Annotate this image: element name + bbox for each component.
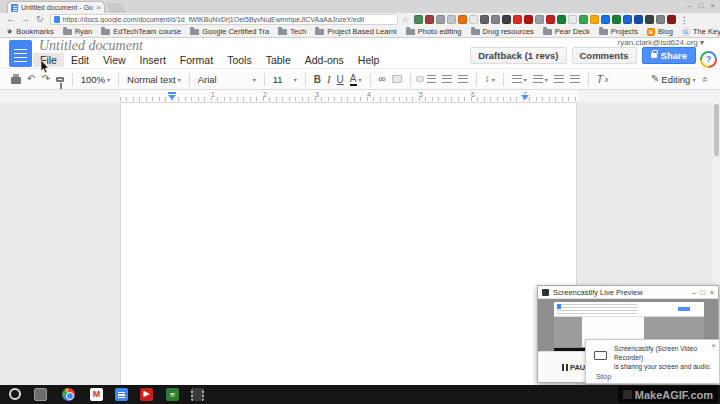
insert-comment-button[interactable]	[389, 73, 405, 85]
extension-icon[interactable]	[634, 15, 643, 24]
scrollbar-thumb[interactable]	[714, 104, 719, 156]
hide-menus-button[interactable]: »	[700, 76, 711, 82]
extension-icon[interactable]	[579, 15, 588, 24]
menu-help[interactable]: Help	[351, 53, 387, 67]
line-spacing-button[interactable]: ↕▾	[482, 72, 498, 86]
back-button[interactable]: ←	[6, 15, 15, 24]
numbered-list-button[interactable]: ▾	[509, 73, 530, 85]
bookmark-folder-google-certified[interactable]: Google Certified Tra	[190, 27, 269, 36]
reload-button[interactable]: ↻	[36, 15, 44, 24]
extension-icon[interactable]	[601, 15, 610, 24]
extension-icon[interactable]	[513, 15, 522, 24]
extension-icon[interactable]	[414, 15, 423, 24]
maximize-button[interactable]: □	[698, 1, 703, 10]
extension-icon[interactable]	[458, 15, 467, 24]
italic-button[interactable]: I	[324, 71, 334, 87]
bookmark-folder-photo-editing[interactable]: Photo editing	[406, 27, 462, 36]
help-button[interactable]: ?	[700, 51, 717, 68]
clear-formatting-button[interactable]: Tx	[594, 72, 612, 87]
launcher-icon[interactable]	[9, 388, 21, 400]
extension-icon[interactable]	[590, 15, 599, 24]
bookmarks-label[interactable]: ★Bookmarks	[6, 27, 54, 36]
gmail-icon[interactable]: M	[90, 388, 103, 401]
chrome-icon[interactable]	[62, 388, 75, 401]
paint-format-button[interactable]	[53, 75, 67, 84]
bookmark-blog[interactable]: BBlog	[647, 27, 673, 36]
extension-icon[interactable]	[469, 15, 478, 24]
stop-sharing-button[interactable]: Stop	[596, 372, 611, 381]
account-email[interactable]: ryan.clark@isd624.org ▾	[618, 38, 704, 47]
share-button[interactable]: Share	[642, 47, 696, 64]
extension-icon[interactable]	[568, 15, 577, 24]
play-movies-icon[interactable]: ▶	[140, 388, 153, 401]
browser-tab[interactable]: Untitled document - Go ×	[7, 1, 105, 13]
underline-button[interactable]: U	[334, 72, 347, 87]
extension-icon[interactable]	[546, 15, 555, 24]
tab-close-icon[interactable]: ×	[96, 4, 101, 12]
bookmark-folder-pbl[interactable]: Project Based Learni	[315, 27, 397, 36]
zoom-select[interactable]: 100%▾	[78, 72, 113, 87]
insert-link-button[interactable]: ∞	[376, 72, 389, 86]
google-docs-icon[interactable]	[115, 388, 128, 401]
extension-icon[interactable]	[491, 15, 500, 24]
menu-table[interactable]: Table	[259, 53, 298, 67]
browser-menu-icon[interactable]: ⋮	[680, 15, 689, 25]
redo-button[interactable]: ↷	[38, 72, 52, 86]
pause-button[interactable]: PAU	[562, 363, 585, 372]
screencastify-shelf-icon[interactable]: ≋	[166, 388, 179, 401]
extension-icon[interactable]	[502, 15, 511, 24]
extension-icon[interactable]	[535, 15, 544, 24]
extension-icon[interactable]	[667, 15, 676, 24]
bookmark-folder-projects[interactable]: Projects	[599, 27, 638, 36]
maximize-button[interactable]: □	[701, 289, 705, 296]
video-app-icon[interactable]	[191, 388, 204, 401]
bookmark-folder-pear-deck[interactable]: Pear Deck	[543, 27, 590, 36]
font-select[interactable]: Arial▾	[195, 72, 259, 87]
close-button[interactable]: ×	[710, 1, 715, 10]
menu-insert[interactable]: Insert	[133, 53, 173, 67]
minimize-button[interactable]: –	[692, 289, 696, 296]
extension-icon[interactable]	[425, 15, 434, 24]
font-size-select[interactable]: 11▾	[270, 72, 300, 87]
align-center-button[interactable]	[424, 73, 439, 85]
undo-button[interactable]: ↶	[24, 72, 38, 86]
justify-button[interactable]	[455, 73, 471, 85]
menu-view[interactable]: View	[96, 53, 133, 67]
menu-addons[interactable]: Add-ons	[298, 53, 351, 67]
document-title[interactable]: Untitled document	[39, 38, 143, 54]
print-button[interactable]	[8, 72, 24, 86]
menu-tools[interactable]: Tools	[220, 53, 259, 67]
text-color-button[interactable]: A▾	[347, 71, 365, 88]
screencastify-titlebar[interactable]: Screencastify Live Preview – □ ×	[538, 286, 718, 299]
bookmark-folder-ryan[interactable]: Ryan	[63, 27, 93, 36]
extension-icon[interactable]	[656, 15, 665, 24]
close-button[interactable]: ×	[710, 289, 714, 296]
minimize-button[interactable]: –	[687, 1, 691, 10]
bookmark-folder-drug-resources[interactable]: Drug resources	[471, 27, 534, 36]
left-margin-marker[interactable]	[168, 95, 176, 100]
increase-indent-button[interactable]	[567, 73, 583, 85]
indent-marker-bar[interactable]	[168, 92, 176, 94]
extension-icon[interactable]	[557, 15, 566, 24]
extension-icon[interactable]	[645, 15, 654, 24]
forward-button[interactable]: →	[21, 15, 30, 24]
bold-button[interactable]: B	[311, 72, 324, 87]
menu-edit[interactable]: Edit	[64, 53, 96, 67]
comments-button[interactable]: Comments	[572, 47, 637, 64]
extension-icon[interactable]	[436, 15, 445, 24]
extension-icon[interactable]	[623, 15, 632, 24]
bookmark-star-icon[interactable]: ☆	[402, 15, 410, 25]
bulleted-list-button[interactable]: ▾	[530, 73, 551, 85]
app-window-icon[interactable]	[34, 388, 47, 401]
mode-select[interactable]: ✎Editing▾	[648, 72, 698, 87]
decrease-indent-button[interactable]	[551, 73, 567, 85]
bookmark-the-keyword[interactable]: GThe Keyword | Google	[682, 27, 720, 36]
new-tab-button[interactable]	[106, 3, 125, 13]
extension-icon[interactable]	[612, 15, 621, 24]
align-right-button[interactable]	[439, 73, 455, 85]
align-left-button[interactable]	[416, 76, 424, 82]
draftback-button[interactable]: Draftback (1 revs)	[470, 47, 566, 64]
extension-icon[interactable]	[480, 15, 489, 24]
screencastify-window[interactable]: Screencastify Live Preview – □ × PAU ×	[537, 285, 719, 383]
extension-icon[interactable]	[447, 15, 456, 24]
